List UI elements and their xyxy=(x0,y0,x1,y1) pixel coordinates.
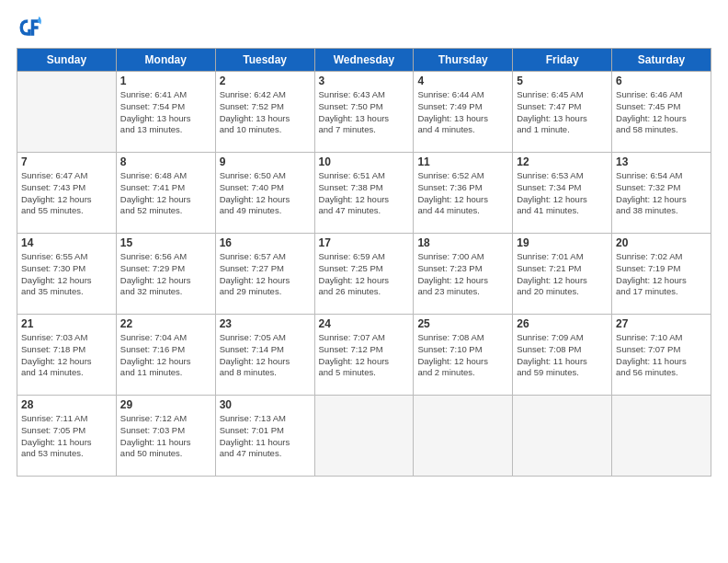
day-info: Sunrise: 7:00 AM Sunset: 7:23 PM Dayligh… xyxy=(417,251,508,298)
day-info: Sunrise: 7:08 AM Sunset: 7:10 PM Dayligh… xyxy=(417,332,508,379)
day-info: Sunrise: 7:09 AM Sunset: 7:08 PM Dayligh… xyxy=(517,332,608,379)
day-info: Sunrise: 7:07 AM Sunset: 7:12 PM Dayligh… xyxy=(319,332,410,379)
day-info: Sunrise: 6:50 AM Sunset: 7:40 PM Dayligh… xyxy=(220,170,311,217)
day-info: Sunrise: 6:55 AM Sunset: 7:30 PM Dayligh… xyxy=(21,251,112,298)
calendar-cell: 16Sunrise: 6:57 AM Sunset: 7:27 PM Dayli… xyxy=(215,234,314,315)
calendar-cell: 28Sunrise: 7:11 AM Sunset: 7:05 PM Dayli… xyxy=(17,396,117,477)
calendar-cell: 21Sunrise: 7:03 AM Sunset: 7:18 PM Dayli… xyxy=(17,315,117,396)
day-info: Sunrise: 6:44 AM Sunset: 7:49 PM Dayligh… xyxy=(417,89,508,136)
day-info: Sunrise: 6:59 AM Sunset: 7:25 PM Dayligh… xyxy=(319,251,410,298)
day-info: Sunrise: 7:03 AM Sunset: 7:18 PM Dayligh… xyxy=(21,332,112,379)
day-info: Sunrise: 6:45 AM Sunset: 7:47 PM Dayligh… xyxy=(517,89,608,136)
calendar-cell xyxy=(314,396,414,477)
day-header-thursday: Thursday xyxy=(414,49,513,72)
calendar-cell: 4Sunrise: 6:44 AM Sunset: 7:49 PM Daylig… xyxy=(414,72,513,153)
day-number: 3 xyxy=(319,75,410,87)
calendar-cell: 9Sunrise: 6:50 AM Sunset: 7:40 PM Daylig… xyxy=(215,153,314,234)
day-number: 22 xyxy=(120,317,211,330)
day-info: Sunrise: 7:13 AM Sunset: 7:01 PM Dayligh… xyxy=(220,413,311,460)
calendar-cell: 10Sunrise: 6:51 AM Sunset: 7:38 PM Dayli… xyxy=(314,153,414,234)
week-row-1: 7Sunrise: 6:47 AM Sunset: 7:43 PM Daylig… xyxy=(17,153,711,234)
day-number: 7 xyxy=(21,155,112,168)
week-row-3: 21Sunrise: 7:03 AM Sunset: 7:18 PM Dayli… xyxy=(17,315,711,396)
day-number: 6 xyxy=(616,75,707,87)
day-info: Sunrise: 6:54 AM Sunset: 7:32 PM Dayligh… xyxy=(616,170,707,217)
calendar-cell: 19Sunrise: 7:01 AM Sunset: 7:21 PM Dayli… xyxy=(513,234,612,315)
day-header-tuesday: Tuesday xyxy=(215,49,314,72)
logo xyxy=(17,15,46,40)
day-number: 26 xyxy=(517,317,608,330)
day-number: 29 xyxy=(120,398,211,411)
calendar-cell xyxy=(17,72,117,153)
day-number: 20 xyxy=(616,236,707,249)
calendar-cell: 29Sunrise: 7:12 AM Sunset: 7:03 PM Dayli… xyxy=(116,396,215,477)
day-info: Sunrise: 6:51 AM Sunset: 7:38 PM Dayligh… xyxy=(319,170,410,217)
calendar-cell: 17Sunrise: 6:59 AM Sunset: 7:25 PM Dayli… xyxy=(314,234,414,315)
day-info: Sunrise: 7:10 AM Sunset: 7:07 PM Dayligh… xyxy=(616,332,707,379)
day-number: 12 xyxy=(517,155,608,168)
calendar-cell: 14Sunrise: 6:55 AM Sunset: 7:30 PM Dayli… xyxy=(17,234,117,315)
calendar-cell: 18Sunrise: 7:00 AM Sunset: 7:23 PM Dayli… xyxy=(414,234,513,315)
calendar-cell: 1Sunrise: 6:41 AM Sunset: 7:54 PM Daylig… xyxy=(116,72,215,153)
day-number: 8 xyxy=(120,155,211,168)
calendar-cell: 20Sunrise: 7:02 AM Sunset: 7:19 PM Dayli… xyxy=(612,234,711,315)
day-info: Sunrise: 6:42 AM Sunset: 7:52 PM Dayligh… xyxy=(220,89,311,136)
calendar-cell: 8Sunrise: 6:48 AM Sunset: 7:41 PM Daylig… xyxy=(116,153,215,234)
calendar-cell: 25Sunrise: 7:08 AM Sunset: 7:10 PM Dayli… xyxy=(414,315,513,396)
day-number: 21 xyxy=(21,317,112,330)
day-number: 10 xyxy=(319,155,410,168)
day-number: 23 xyxy=(220,317,311,330)
calendar-cell: 6Sunrise: 6:46 AM Sunset: 7:45 PM Daylig… xyxy=(612,72,711,153)
day-header-sunday: Sunday xyxy=(17,49,117,72)
calendar-cell: 5Sunrise: 6:45 AM Sunset: 7:47 PM Daylig… xyxy=(513,72,612,153)
day-number: 18 xyxy=(417,236,508,249)
day-info: Sunrise: 6:52 AM Sunset: 7:36 PM Dayligh… xyxy=(417,170,508,217)
calendar-cell: 12Sunrise: 6:53 AM Sunset: 7:34 PM Dayli… xyxy=(513,153,612,234)
day-number: 25 xyxy=(417,317,508,330)
day-number: 17 xyxy=(319,236,410,249)
week-row-4: 28Sunrise: 7:11 AM Sunset: 7:05 PM Dayli… xyxy=(17,396,711,477)
day-info: Sunrise: 7:02 AM Sunset: 7:19 PM Dayligh… xyxy=(616,251,707,298)
day-number: 30 xyxy=(220,398,311,411)
day-number: 28 xyxy=(21,398,112,411)
calendar-cell: 24Sunrise: 7:07 AM Sunset: 7:12 PM Dayli… xyxy=(314,315,414,396)
day-info: Sunrise: 6:47 AM Sunset: 7:43 PM Dayligh… xyxy=(21,170,112,217)
day-info: Sunrise: 6:48 AM Sunset: 7:41 PM Dayligh… xyxy=(120,170,211,217)
day-number: 1 xyxy=(120,75,211,87)
day-number: 9 xyxy=(220,155,311,168)
calendar-cell: 7Sunrise: 6:47 AM Sunset: 7:43 PM Daylig… xyxy=(17,153,117,234)
day-number: 16 xyxy=(220,236,311,249)
calendar-cell xyxy=(612,396,711,477)
day-info: Sunrise: 6:43 AM Sunset: 7:50 PM Dayligh… xyxy=(319,89,410,136)
week-row-2: 14Sunrise: 6:55 AM Sunset: 7:30 PM Dayli… xyxy=(17,234,711,315)
day-info: Sunrise: 7:11 AM Sunset: 7:05 PM Dayligh… xyxy=(21,413,112,460)
day-info: Sunrise: 6:53 AM Sunset: 7:34 PM Dayligh… xyxy=(517,170,608,217)
day-number: 24 xyxy=(319,317,410,330)
day-info: Sunrise: 7:12 AM Sunset: 7:03 PM Dayligh… xyxy=(120,413,211,460)
day-number: 4 xyxy=(417,75,508,87)
calendar-cell: 23Sunrise: 7:05 AM Sunset: 7:14 PM Dayli… xyxy=(215,315,314,396)
day-number: 2 xyxy=(220,75,311,87)
page: SundayMondayTuesdayWednesdayThursdayFrid… xyxy=(0,0,728,563)
week-row-0: 1Sunrise: 6:41 AM Sunset: 7:54 PM Daylig… xyxy=(17,72,711,153)
day-number: 14 xyxy=(21,236,112,249)
header-row: SundayMondayTuesdayWednesdayThursdayFrid… xyxy=(17,49,711,72)
calendar-cell xyxy=(414,396,513,477)
calendar-cell: 2Sunrise: 6:42 AM Sunset: 7:52 PM Daylig… xyxy=(215,72,314,153)
day-info: Sunrise: 7:01 AM Sunset: 7:21 PM Dayligh… xyxy=(517,251,608,298)
day-header-monday: Monday xyxy=(116,49,215,72)
day-number: 11 xyxy=(417,155,508,168)
day-info: Sunrise: 6:56 AM Sunset: 7:29 PM Dayligh… xyxy=(120,251,211,298)
day-info: Sunrise: 6:57 AM Sunset: 7:27 PM Dayligh… xyxy=(220,251,311,298)
day-info: Sunrise: 7:04 AM Sunset: 7:16 PM Dayligh… xyxy=(120,332,211,379)
calendar-cell: 22Sunrise: 7:04 AM Sunset: 7:16 PM Dayli… xyxy=(116,315,215,396)
calendar-cell: 13Sunrise: 6:54 AM Sunset: 7:32 PM Dayli… xyxy=(612,153,711,234)
calendar-cell: 11Sunrise: 6:52 AM Sunset: 7:36 PM Dayli… xyxy=(414,153,513,234)
logo-icon xyxy=(17,15,42,40)
day-header-wednesday: Wednesday xyxy=(314,49,414,72)
calendar-cell: 26Sunrise: 7:09 AM Sunset: 7:08 PM Dayli… xyxy=(513,315,612,396)
day-number: 13 xyxy=(616,155,707,168)
calendar-cell xyxy=(513,396,612,477)
calendar-cell: 27Sunrise: 7:10 AM Sunset: 7:07 PM Dayli… xyxy=(612,315,711,396)
day-number: 19 xyxy=(517,236,608,249)
